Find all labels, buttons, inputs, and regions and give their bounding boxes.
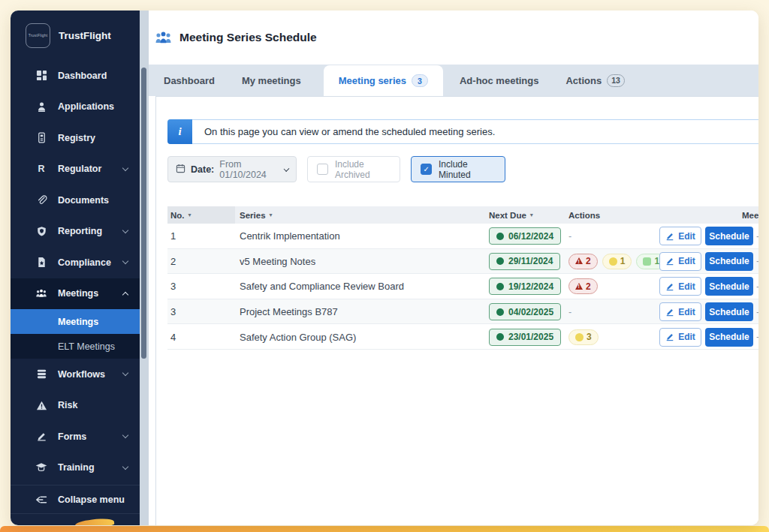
sidebar-item-label: Reporting (58, 226, 123, 236)
registry-icon (35, 132, 48, 143)
green-dot-icon (496, 333, 504, 341)
tab-dashboard[interactable]: Dashboard (150, 65, 228, 96)
date-filter-button[interactable]: Date: From 01/10/2024 (167, 156, 297, 182)
actions-cell: - (568, 299, 571, 325)
schedule-button[interactable]: Schedule (705, 252, 753, 271)
edit-button[interactable]: Edit (659, 302, 701, 321)
tab-meeting-series[interactable]: Meeting series 3 (324, 65, 443, 96)
tab-my-meetings[interactable]: My meetings (228, 65, 315, 96)
checkbox-checked-icon[interactable] (421, 164, 432, 175)
next-due-cell: 19/12/2024 (489, 274, 561, 299)
main-content: Meeting Series Schedule Dashboard My mee… (149, 11, 758, 525)
sidebar-item-training[interactable]: Training (11, 452, 140, 484)
sidebar-item-registry[interactable]: Registry (11, 122, 140, 154)
column-header-meetings[interactable]: Meetings (742, 206, 758, 224)
edit-button[interactable]: Edit (659, 227, 701, 245)
chevron-down-icon (122, 165, 128, 171)
include-archived-checkbox[interactable]: Include Archived (307, 156, 400, 182)
info-banner-text: On this page you can view or amend the s… (204, 126, 495, 137)
scrollbar-thumb[interactable] (141, 68, 146, 359)
sidebar-item-compliance[interactable]: Compliance (11, 247, 140, 278)
date-filter-label: Date: (191, 164, 214, 175)
edit-cell: Edit (659, 324, 701, 350)
warning-triangle-icon (35, 400, 48, 411)
green-dot-icon (496, 257, 504, 265)
sidebar-subitem-meetings[interactable]: Meetings (11, 309, 140, 334)
schedule-button[interactable]: Schedule (705, 302, 753, 321)
warning-triangle-icon (575, 257, 583, 264)
row-number: 3 (170, 274, 176, 299)
chevron-down-icon (122, 258, 128, 264)
sidebar: TrustFlight TrustFlight Dashboard Applic… (11, 11, 140, 525)
sidebar-item-meetings[interactable]: Meetings (11, 278, 140, 310)
table-row: 1 Centrik Implementation 06/12/2024 - (167, 224, 758, 249)
edit-button[interactable]: Edit (659, 252, 701, 271)
green-dot-icon (496, 283, 504, 290)
tab-label: Actions (565, 75, 602, 86)
collapse-menu-button[interactable]: Collapse menu (11, 487, 140, 512)
actions-cell: 2 (568, 274, 598, 299)
layers-icon (35, 368, 48, 380)
date-filter-value: From 01/10/2024 (219, 159, 276, 180)
checkbox-unchecked-icon[interactable] (317, 164, 328, 175)
bottom-accent-bar (0, 526, 769, 532)
sidebar-item-dashboard[interactable]: Dashboard (11, 60, 140, 92)
green-dot-icon (496, 308, 504, 316)
actions-cell: 2 1 1 (568, 249, 666, 275)
tab-label: Ad-hoc meetings (460, 75, 538, 86)
column-header-actions[interactable]: Actions (568, 206, 600, 224)
sidebar-item-applications[interactable]: Applications (11, 92, 140, 123)
collapse-menu-label: Collapse menu (58, 494, 128, 505)
chevron-up-icon (122, 292, 128, 298)
app-window: TrustFlight TrustFlight Dashboard Applic… (11, 11, 758, 525)
sidebar-item-risk[interactable]: Risk (11, 390, 140, 422)
sidebar-scrollbar[interactable] (140, 11, 149, 525)
due-date-badge: 06/12/2024 (489, 227, 561, 245)
logo-text: TrustFlight (29, 33, 48, 38)
edit-cell: Edit (659, 224, 701, 249)
tab-actions[interactable]: Actions 13 (552, 65, 638, 96)
actions-cell: - (568, 224, 571, 249)
column-header-no[interactable]: No. (170, 206, 191, 224)
yellow-dot-icon (575, 333, 584, 341)
brand-row: TrustFlight TrustFlight (11, 11, 140, 60)
bird-logo-swoosh (75, 517, 115, 525)
warning-triangle-icon (575, 283, 583, 290)
meetings-cell: - (756, 324, 758, 350)
tab-ad-hoc-meetings[interactable]: Ad-hoc meetings (446, 65, 552, 96)
paperclip-icon (35, 194, 48, 206)
schedule-button[interactable]: Schedule (705, 328, 753, 347)
sidebar-subitem-elt-meetings[interactable]: ELT Meetings (11, 334, 140, 359)
sidebar-item-documents[interactable]: Documents (11, 185, 140, 216)
meetings-cell: - (756, 274, 758, 299)
column-header-next-due[interactable]: Next Due (489, 206, 533, 224)
edit-button[interactable]: Edit (659, 277, 701, 296)
schedule-button[interactable]: Schedule (705, 227, 753, 245)
meetings-group: Meetings Meetings ELT Meetings (11, 278, 140, 359)
sidebar-item-reporting[interactable]: Reporting (11, 216, 140, 248)
green-dot-icon (496, 233, 504, 240)
edit-button[interactable]: Edit (659, 328, 701, 347)
tab-count-badge: 13 (607, 74, 625, 87)
page-header: Meeting Series Schedule (149, 11, 758, 65)
edit-cell: Edit (659, 274, 701, 299)
sidebar-item-label: Risk (58, 400, 128, 410)
column-header-series[interactable]: Series (240, 206, 273, 224)
overdue-actions-badge: 2 (568, 254, 598, 269)
chevron-down-icon (122, 227, 128, 233)
include-minuted-checkbox[interactable]: Include Minuted (411, 156, 505, 182)
next-due-cell: 04/02/2025 (489, 299, 561, 325)
chevron-down-icon (284, 166, 290, 172)
next-due-cell: 06/12/2024 (489, 224, 561, 249)
sidebar-item-label: Regulator (58, 164, 123, 174)
edit-cell: Edit (659, 249, 701, 275)
dashboard-icon (35, 70, 48, 81)
sidebar-item-forms[interactable]: Forms (11, 421, 140, 452)
sidebar-item-regulator[interactable]: R Regulator (11, 154, 140, 185)
due-date-badge: 04/02/2025 (489, 303, 561, 320)
sidebar-item-workflows[interactable]: Workflows (11, 359, 140, 390)
schedule-button[interactable]: Schedule (705, 277, 753, 296)
table-row: 3 Project Meetings B787 04/02/2025 - (167, 299, 758, 325)
due-date-badge: 23/01/2025 (489, 329, 561, 346)
tab-label: Dashboard (164, 75, 215, 86)
